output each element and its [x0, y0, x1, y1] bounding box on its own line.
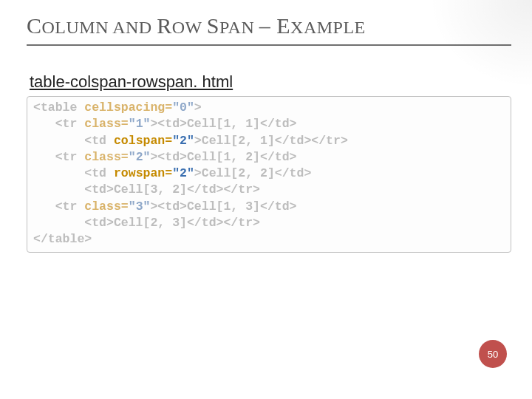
title-cap: – E — [259, 13, 290, 38]
code-line: <tr class="1"><td>Cell[1, 1]</td> — [33, 117, 297, 131]
code-block: <table cellspacing="0"> <tr class="1"><t… — [27, 96, 511, 253]
filename-label: table-colspan-rowspan. html — [30, 72, 511, 92]
title-text: PAN — [219, 18, 259, 37]
code-line: <td>Cell[3, 2]</td></tr> — [33, 183, 260, 197]
title-text: OW — [172, 18, 207, 37]
slide-title: COLUMN AND ROW SPAN – EXAMPLE — [27, 13, 511, 46]
title-cap: C — [27, 13, 42, 38]
title-text: OLUMN AND — [42, 18, 157, 37]
code-line: <td rowspan="2">Cell[2, 2]</td> — [33, 166, 311, 180]
page-number-badge: 50 — [479, 340, 507, 368]
title-cap: S — [207, 13, 219, 38]
title-cap: R — [157, 13, 172, 38]
code-line: <tr class="2"><td>Cell[1, 2]</td> — [33, 150, 297, 164]
code-line: <table cellspacing="0"> — [33, 100, 202, 115]
code-line: </table> — [33, 232, 92, 246]
slide: COLUMN AND ROW SPAN – EXAMPLE table-cols… — [0, 0, 532, 399]
code-line: <td colspan="2">Cell[2, 1]</td></tr> — [33, 134, 348, 148]
code-line: <td>Cell[2, 3]</td></tr> — [33, 216, 260, 230]
code-line: <tr class="3"><td>Cell[1, 3]</td> — [33, 200, 297, 214]
title-text: XAMPLE — [290, 18, 366, 37]
